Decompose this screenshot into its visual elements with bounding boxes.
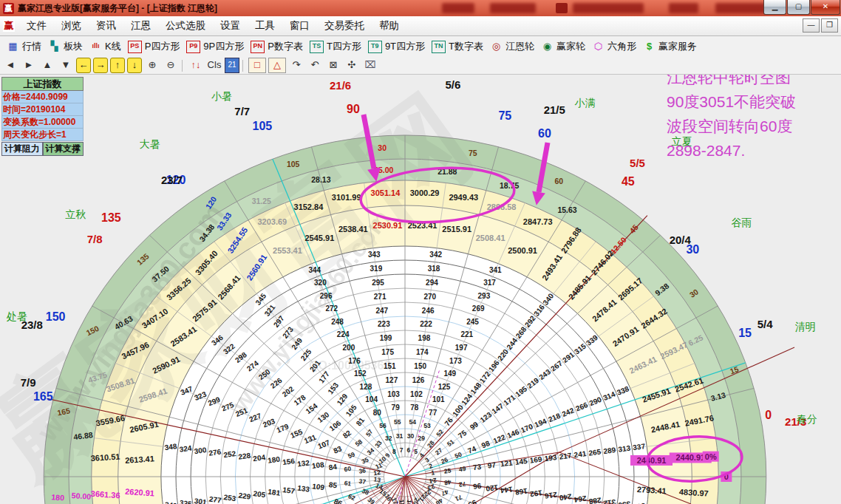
menu-item-7[interactable]: 窗口: [282, 18, 317, 34]
toolbar-item-7[interactable]: T99T四方形: [368, 40, 425, 53]
svg-text:293: 293: [478, 292, 491, 300]
svg-text:2440.91: 2440.91: [637, 456, 667, 465]
svg-text:224: 224: [337, 330, 350, 338]
svg-text:20/4: 20/4: [670, 234, 692, 246]
svg-text:176: 176: [348, 357, 361, 365]
rotate-ccw-icon[interactable]: ↶: [307, 58, 323, 72]
toolbar-item-1[interactable]: ▚板块: [48, 40, 83, 53]
svg-text:272: 272: [325, 304, 338, 313]
toolbar-item-6[interactable]: TST四方形: [310, 40, 361, 53]
svg-text:84: 84: [328, 463, 338, 471]
svg-text:173: 173: [449, 357, 462, 365]
svg-text:小满: 小满: [575, 97, 596, 109]
svg-text:126: 126: [412, 376, 425, 384]
zoom-in-icon[interactable]: ⊕: [144, 58, 160, 72]
svg-text:73: 73: [472, 463, 482, 471]
svg-text:318: 318: [428, 265, 440, 273]
cls-button[interactable]: Cls: [206, 58, 222, 72]
svg-text:49: 49: [458, 465, 466, 473]
toolbar-separator: [182, 60, 183, 72]
svg-text:61: 61: [344, 479, 352, 487]
toolbar-item-3[interactable]: PSP四方形: [128, 40, 180, 53]
menu-item-3[interactable]: 江恩: [123, 18, 158, 34]
updown-icon[interactable]: ↑↓: [188, 58, 204, 72]
svg-text:150: 150: [414, 362, 426, 370]
nav-right-icon[interactable]: ►: [21, 58, 37, 72]
step-right-icon[interactable]: →: [93, 58, 108, 73]
svg-text:269: 269: [472, 304, 485, 313]
svg-text:31.25: 31.25: [252, 197, 271, 205]
collapse-icon[interactable]: ✣: [344, 58, 360, 72]
toolbar-item-5[interactable]: PNP数字表: [251, 40, 303, 53]
mdi-minimize-button[interactable]: —: [803, 18, 820, 33]
svg-text:264: 264: [573, 494, 587, 504]
annotation-line: 波段空间转向60度: [667, 114, 796, 138]
toolbar-item-label: 板块: [64, 40, 83, 53]
blurred-task-item: [490, 3, 536, 13]
step-left-icon[interactable]: ←: [76, 58, 91, 73]
toolbar-item-11[interactable]: ⬡六角形: [592, 40, 636, 53]
close-button[interactable]: ✕: [811, 0, 840, 15]
svg-text:240: 240: [559, 492, 572, 502]
calendar-icon[interactable]: 21: [225, 58, 239, 73]
rotate-cw-icon[interactable]: ↷: [288, 58, 304, 72]
mdi-restore-button[interactable]: ❐: [821, 18, 838, 33]
svg-text:294: 294: [426, 279, 438, 287]
svg-text:2847.73: 2847.73: [523, 217, 553, 226]
step-up-icon[interactable]: ↑: [110, 58, 125, 73]
svg-text:344: 344: [308, 266, 321, 274]
toolbar-item-2[interactable]: ıllıK线: [89, 40, 121, 53]
svg-text:7/8: 7/8: [87, 233, 103, 245]
toolbar-item-10[interactable]: ◉赢家轮: [541, 40, 585, 53]
minimize-button[interactable]: ▁: [763, 0, 786, 15]
toolbar-item-4[interactable]: P99P四方形: [186, 40, 244, 53]
nav-down-icon[interactable]: ▼: [58, 58, 74, 72]
menu-item-0[interactable]: 文件: [19, 18, 54, 34]
svg-text:2530.91: 2530.91: [373, 221, 403, 230]
svg-text:60: 60: [344, 465, 352, 473]
calc-support-button[interactable]: 计算支撑: [43, 142, 84, 156]
nav-left-icon[interactable]: ◄: [2, 58, 18, 72]
svg-text:145: 145: [514, 457, 528, 466]
menu-item-8[interactable]: 交易委托: [317, 18, 372, 34]
menu-item-1[interactable]: 浏览: [54, 18, 89, 34]
svg-text:120: 120: [485, 483, 498, 493]
svg-text:169: 169: [529, 454, 542, 464]
svg-text:165: 165: [33, 390, 53, 403]
screen-icon[interactable]: ⌧: [362, 58, 378, 72]
menu-item-6[interactable]: 工具: [248, 18, 282, 34]
maximize-button[interactable]: ▢: [787, 0, 810, 15]
toolbar-item-12[interactable]: $赢家服务: [643, 40, 697, 53]
menu-item-2[interactable]: 资讯: [89, 18, 123, 34]
calc-resistance-button[interactable]: 计算阻力: [1, 142, 43, 156]
menu-item-4[interactable]: 公式选股: [158, 18, 213, 34]
triangle-tool-icon[interactable]: △: [268, 58, 286, 73]
svg-text:56: 56: [379, 422, 387, 429]
svg-text:4830.97: 4830.97: [679, 487, 709, 497]
svg-text:54: 54: [409, 418, 416, 426]
toolbar-item-9[interactable]: ◎江恩轮: [490, 40, 534, 53]
svg-text:197: 197: [455, 344, 468, 352]
svg-text:324: 324: [179, 444, 192, 454]
zoom-out-icon[interactable]: ⊖: [163, 58, 179, 72]
toolbar-item-8[interactable]: TNT数字表: [432, 40, 483, 53]
svg-text:149: 149: [443, 370, 456, 378]
title-bar[interactable]: 赢 赢家江恩专业版[赢家服务平台] - [上证指数 江恩轮]: [0, 0, 841, 16]
rect-tool-icon[interactable]: □: [248, 58, 266, 73]
t9-square-icon: T9: [368, 41, 382, 53]
menu-item-9[interactable]: 帮助: [372, 18, 406, 34]
toolbar-item-0[interactable]: ▦行情: [7, 40, 41, 53]
menu-item-5[interactable]: 设置: [213, 18, 248, 34]
toolbar-item-label: 9T四方形: [385, 40, 425, 53]
pn-table-icon: PN: [251, 41, 265, 53]
step-down-icon[interactable]: ↓: [127, 58, 142, 73]
svg-text:78: 78: [410, 403, 419, 412]
box-x-icon[interactable]: ⊠: [325, 58, 341, 72]
svg-text:2500.91: 2500.91: [508, 246, 537, 255]
svg-text:2440.91: 2440.91: [675, 453, 705, 462]
svg-text:0: 0: [765, 409, 772, 421]
toolbar-separator: [242, 60, 243, 72]
nav-up-icon[interactable]: ▲: [39, 58, 55, 72]
svg-text:72: 72: [458, 480, 466, 488]
svg-text:152: 152: [354, 370, 367, 378]
